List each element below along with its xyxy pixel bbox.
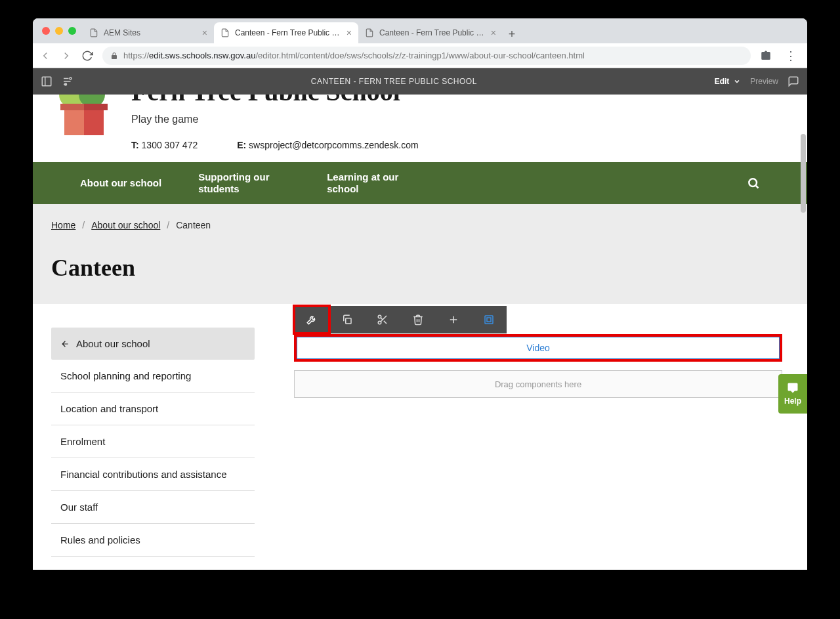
wrench-icon (306, 314, 318, 326)
minimize-window-button[interactable] (55, 27, 63, 35)
nav-item[interactable]: Learning at our school (327, 171, 419, 195)
scissors-icon (377, 314, 388, 326)
close-window-button[interactable] (42, 27, 50, 35)
delete-button[interactable] (400, 306, 436, 333)
sidebar-back-link[interactable]: About our school (51, 328, 255, 360)
video-component-placeholder[interactable]: Video (294, 334, 782, 362)
plus-icon (448, 314, 459, 326)
address-bar: https://edit.sws.schools.nsw.gov.au/edit… (33, 43, 807, 68)
svg-line-20 (381, 318, 383, 320)
tab-title: AEM Sites (104, 28, 197, 37)
svg-point-17 (378, 321, 381, 324)
parent-button[interactable] (471, 306, 507, 333)
sidebar-item[interactable]: Enrolment (51, 425, 255, 458)
svg-rect-23 (485, 316, 493, 324)
school-email: E: swsproject@detcorpcomms.zendesk.com (237, 140, 418, 150)
lock-icon (110, 52, 118, 60)
sidebar-item[interactable]: Location and transport (51, 393, 255, 425)
sidebar-item[interactable]: Rules and policies (51, 524, 255, 557)
account-icon[interactable] (760, 50, 772, 62)
chat-icon (786, 382, 799, 394)
tab-strip: AEM Sites × Canteen - Fern Tree Public S… (33, 18, 807, 43)
svg-point-5 (70, 77, 72, 79)
new-tab-button[interactable]: + (503, 25, 521, 43)
nav-item[interactable]: Supporting our students (198, 171, 290, 195)
search-icon[interactable] (747, 177, 760, 190)
sidebar-item[interactable]: Our staff (51, 491, 255, 524)
side-panel-icon[interactable] (41, 75, 52, 87)
content-frame: Fern Tree Public School Play the game T:… (33, 95, 807, 570)
configure-button[interactable] (294, 306, 329, 333)
svg-rect-12 (84, 104, 108, 110)
aem-editor-bar: CANTEEN - FERN TREE PUBLIC SCHOOL Edit P… (33, 68, 807, 95)
chevron-down-icon (733, 77, 741, 85)
browser-menu-button[interactable]: ⋮ (781, 49, 801, 63)
sidebar-item[interactable]: School planning and reporting (51, 360, 255, 393)
window-controls (39, 18, 83, 43)
school-logo (51, 95, 117, 147)
school-phone: T: 1300 307 472 (131, 140, 198, 150)
browser-window: AEM Sites × Canteen - Fern Tree Public S… (33, 18, 807, 570)
browser-tab[interactable]: Canteen - Fern Tree Public Sch × (358, 22, 503, 43)
edit-mode-dropdown[interactable]: Edit (715, 77, 742, 86)
main-column (284, 328, 789, 557)
tab-close-icon[interactable]: × (346, 28, 352, 38)
copy-button[interactable] (329, 306, 365, 333)
tab-title: Canteen - Fern Tree Public Sch (235, 28, 341, 37)
breadcrumb-home[interactable]: Home (51, 220, 75, 230)
page-band: Home / About our school / Canteen Cantee… (33, 204, 807, 304)
insert-button[interactable] (436, 306, 471, 333)
group-icon (483, 314, 495, 326)
svg-line-19 (384, 321, 387, 324)
tab-title: Canteen - Fern Tree Public Sch (379, 28, 486, 37)
page-title: Canteen (51, 254, 789, 282)
back-button[interactable] (39, 50, 51, 62)
maximize-window-button[interactable] (68, 27, 76, 35)
sidebar-nav: About our school School planning and rep… (51, 328, 255, 557)
cut-button[interactable] (365, 306, 400, 333)
url-text: https://edit.sws.schools.nsw.gov.au/edit… (123, 51, 585, 60)
tab-close-icon[interactable]: × (202, 28, 207, 38)
drop-zone[interactable]: Drag components here (294, 370, 782, 398)
page-icon (89, 28, 98, 37)
scrollbar-thumb[interactable] (801, 134, 806, 213)
svg-rect-24 (487, 318, 491, 322)
tab-close-icon[interactable]: × (491, 28, 496, 38)
breadcrumb-current: Canteen (176, 220, 211, 230)
svg-point-16 (378, 315, 381, 318)
school-tagline: Play the game (131, 114, 419, 125)
page-icon (220, 28, 230, 37)
breadcrumb-parent[interactable]: About our school (91, 220, 160, 230)
copy-icon (341, 314, 353, 326)
svg-rect-0 (42, 77, 51, 86)
svg-rect-15 (346, 318, 351, 324)
nav-item[interactable]: About our school (80, 177, 161, 189)
forward-button[interactable] (60, 50, 72, 62)
browser-tab[interactable]: Canteen - Fern Tree Public Sch × (214, 22, 358, 43)
svg-line-14 (756, 186, 759, 188)
trash-icon (412, 314, 424, 326)
school-header: Fern Tree Public School Play the game T:… (33, 95, 807, 162)
url-field[interactable]: https://edit.sws.schools.nsw.gov.au/edit… (102, 47, 751, 65)
reload-button[interactable] (81, 50, 93, 62)
component-toolbar (294, 306, 507, 333)
arrow-left-icon (60, 339, 70, 349)
page-info-icon[interactable] (62, 75, 74, 87)
annotate-icon[interactable] (788, 75, 799, 87)
browser-tab[interactable]: AEM Sites × (83, 22, 214, 43)
sidebar-item[interactable]: Financial contributions and assistance (51, 458, 255, 491)
aem-page-title: CANTEEN - FERN TREE PUBLIC SCHOOL (83, 77, 705, 86)
breadcrumb: Home / About our school / Canteen (51, 220, 789, 230)
svg-point-13 (749, 179, 757, 186)
help-badge[interactable]: Help (778, 374, 807, 414)
page-icon (365, 28, 374, 37)
preview-button[interactable]: Preview (750, 77, 778, 86)
school-name: Fern Tree Public School (131, 95, 419, 107)
primary-nav: About our school Supporting our students… (33, 162, 807, 204)
